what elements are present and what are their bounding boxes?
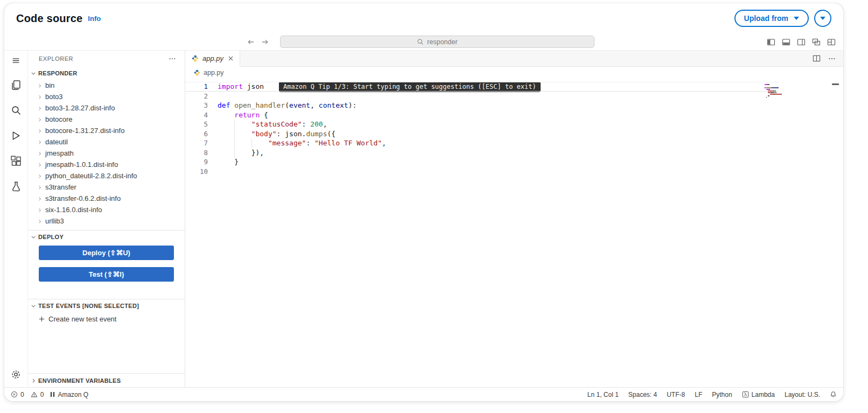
warning-count: 0 — [40, 391, 44, 398]
create-test-event-button[interactable]: Create new test event — [28, 312, 185, 325]
code-source-panel: Code source Info Upload from responder — [4, 3, 843, 401]
language-mode[interactable]: Python — [712, 391, 732, 398]
pause-icon — [50, 391, 55, 397]
nav-back-icon[interactable] — [247, 38, 255, 46]
test-button[interactable]: Test (⇧⌘I) — [39, 267, 174, 282]
line-number: 5 — [185, 120, 208, 129]
folder-item[interactable]: jmespath-1.0.1.dist-info — [28, 159, 185, 170]
chevron-right-icon — [37, 173, 43, 179]
extensions-icon[interactable] — [11, 156, 22, 166]
amazon-q-status[interactable]: Amazon Q — [50, 391, 88, 398]
cursor-position[interactable]: Ln 1, Col 1 — [587, 391, 619, 398]
tab-app-py[interactable]: app.py — [185, 51, 240, 67]
folder-item[interactable]: dateutil — [28, 136, 185, 148]
deploy-section: DEPLOY Deploy (⇧⌘U) Test (⇧⌘I) — [28, 230, 185, 296]
python-icon — [192, 55, 199, 62]
code-line — [218, 92, 779, 101]
root-folder-label: RESPONDER — [38, 70, 77, 76]
code-editor[interactable]: 12345678910 import jsonAmazon Q Tip 1/3:… — [185, 79, 843, 387]
folder-item[interactable]: boto3-1.28.27.dist-info — [28, 102, 185, 114]
status-bar: 0 0 Amazon Q Ln 1, Col 1 Spaces: 4 UTF-8… — [4, 387, 843, 401]
runtime-indicator[interactable]: Lambda — [742, 391, 775, 398]
code-line — [218, 167, 779, 177]
customize-layout-icon[interactable] — [827, 38, 836, 46]
tab-close-icon[interactable] — [227, 55, 234, 62]
chevron-right-icon — [37, 139, 43, 145]
multi-editor-icon[interactable] — [812, 38, 821, 46]
folder-item[interactable]: s3transfer — [28, 181, 185, 193]
eol-sequence[interactable]: LF — [695, 391, 702, 398]
chevron-right-icon — [37, 106, 43, 111]
page-title: Code source — [16, 12, 82, 25]
chevron-right-icon — [37, 196, 43, 201]
folder-item-label: bin — [45, 81, 54, 89]
nav-forward-icon[interactable] — [261, 38, 269, 46]
settings-gear-icon[interactable] — [11, 369, 21, 380]
explorer-more-actions-icon[interactable] — [169, 55, 176, 62]
keyboard-layout[interactable]: Layout: U.S. — [785, 391, 820, 398]
editor-more-actions-icon[interactable] — [828, 55, 836, 62]
folder-item[interactable]: six-1.16.0.dist-info — [28, 204, 185, 215]
menu-icon[interactable] — [11, 56, 20, 65]
folder-item-label: jmespath-1.0.1.dist-info — [45, 160, 118, 169]
aws-toolkit-beaker-icon[interactable] — [11, 181, 22, 192]
command-center-search[interactable]: responder — [280, 36, 594, 48]
folder-item[interactable]: botocore — [28, 114, 185, 125]
folder-root-responder[interactable]: RESPONDER — [28, 67, 185, 80]
line-number: 3 — [185, 101, 208, 110]
code-line: "body": json.dumps({ — [218, 129, 779, 139]
lambda-icon — [742, 391, 749, 398]
problems-warnings[interactable]: 0 — [31, 391, 44, 398]
notifications-bell-icon[interactable] — [830, 391, 837, 398]
breadcrumb-item[interactable]: app.py — [204, 69, 224, 76]
upload-from-button[interactable]: Upload from — [734, 10, 809, 27]
info-link[interactable]: Info — [88, 15, 101, 23]
folder-item[interactable]: botocore-1.31.27.dist-info — [28, 125, 185, 136]
toggle-sidebar-left-icon[interactable] — [767, 38, 775, 46]
ide-main: EXPLORER RESPONDER bin boto3 boto3-1.28.… — [4, 51, 843, 387]
explorer-files-icon[interactable] — [11, 80, 22, 90]
code-line: import jsonAmazon Q Tip 1/3: Start typin… — [218, 82, 779, 92]
create-test-event-label: Create new test event — [48, 315, 116, 323]
split-editor-icon[interactable] — [813, 54, 821, 62]
editor-pane: app.py app.py 12345678910 import jsonAma… — [185, 51, 843, 387]
encoding[interactable]: UTF-8 — [667, 391, 685, 398]
folder-item-label: s3transfer — [45, 183, 76, 191]
error-icon — [11, 391, 18, 398]
line-number: 10 — [185, 167, 208, 177]
folder-item[interactable]: jmespath — [28, 148, 185, 159]
chevron-right-icon — [37, 83, 43, 88]
code-line: "message": "Hello TF World", — [218, 138, 779, 148]
problems-errors[interactable]: 0 — [11, 391, 24, 398]
amazon-q-label: Amazon Q — [58, 391, 88, 398]
indent-guide — [251, 138, 252, 148]
chevron-right-icon — [31, 377, 37, 383]
line-number: 8 — [185, 148, 208, 158]
chevron-right-icon — [37, 94, 43, 100]
toggle-sidebar-right-icon[interactable] — [797, 38, 806, 46]
chevron-down-icon — [794, 17, 799, 20]
test-events-section-header[interactable]: TEST EVENTS [NONE SELECTED] — [28, 299, 185, 312]
explorer-title: EXPLORER — [39, 55, 73, 62]
run-debug-icon[interactable] — [11, 130, 22, 141]
folder-item[interactable]: boto3 — [28, 91, 185, 102]
runtime-label: Lambda — [752, 391, 775, 398]
ide-toolbar: responder — [4, 33, 843, 51]
folder-item[interactable]: python_dateutil-2.8.2.dist-info — [28, 170, 185, 181]
amazon-q-tooltip: Amazon Q Tip 1/3: Start typing to get su… — [279, 82, 541, 92]
line-number: 2 — [185, 92, 208, 101]
collapse-panel-button[interactable] — [814, 10, 831, 27]
folder-item[interactable]: urllib3 — [28, 215, 185, 227]
toggle-panel-icon[interactable] — [782, 38, 790, 46]
minimap[interactable] — [765, 83, 806, 100]
deploy-button[interactable]: Deploy (⇧⌘U) — [39, 246, 174, 260]
folder-item[interactable]: s3transfer-0.6.2.dist-info — [28, 193, 185, 204]
line-number: 6 — [185, 129, 208, 139]
search-sidebar-icon[interactable] — [11, 105, 22, 116]
folder-item[interactable]: bin — [28, 80, 185, 91]
code-line: }), — [218, 148, 779, 158]
folder-item-label: boto3 — [45, 93, 63, 101]
environment-variables-section-header[interactable]: ENVIRONMENT VARIABLES — [28, 373, 185, 387]
indentation[interactable]: Spaces: 4 — [628, 391, 657, 398]
deploy-section-header[interactable]: DEPLOY — [28, 230, 185, 243]
